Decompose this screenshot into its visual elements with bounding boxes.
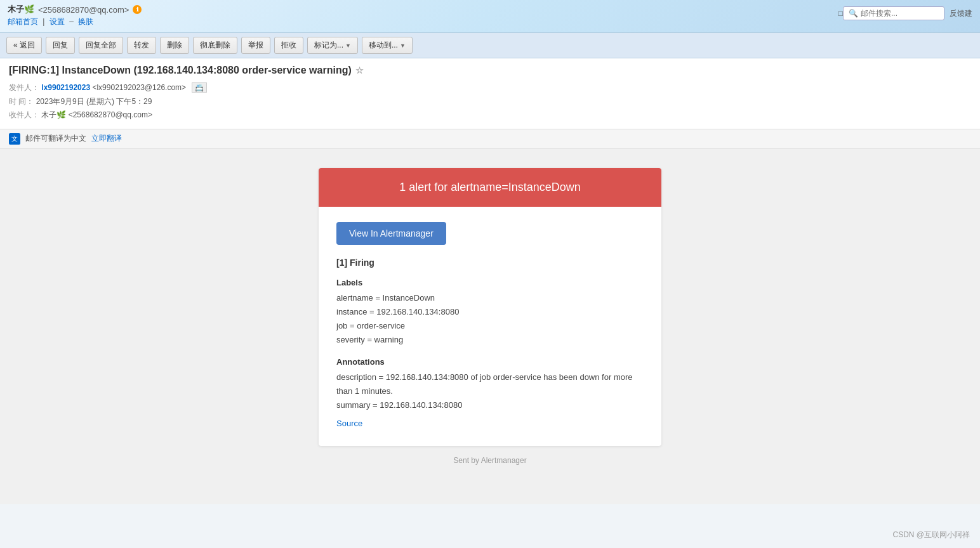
from-email: <lx9902192023@126.com> [92,83,186,92]
reply-button[interactable]: 回复 [46,37,75,54]
annotations-section-label: Annotations [336,357,644,367]
user-info: 木子🌿 <2568682870@qq.com> ℹ 邮箱首页 | 设置 – 换肤 [8,4,142,27]
time-value: 2023年9月9日 (星期六) 下午5：29 [36,97,152,106]
reply-all-button[interactable]: 回复全部 [79,37,123,54]
search-input[interactable] [861,9,937,18]
user-links: 邮箱首页 | 设置 – 换肤 [8,15,142,27]
translation-text: 邮件可翻译为中文 [25,133,86,144]
firing-title: [1] Firing [336,258,644,268]
top-header: 木子🌿 <2568682870@qq.com> ℹ 邮箱首页 | 设置 – 换肤… [0,0,980,33]
view-in-alertmanager-button[interactable]: View In Alertmanager [336,222,446,245]
separator2: – [69,17,76,26]
top-right-icons: □ [838,9,843,18]
window-icon[interactable]: □ [838,9,843,18]
user-name-row: 木子🌿 <2568682870@qq.com> ℹ [8,4,142,15]
time-row: 时 间： 2023年9月9日 (星期六) 下午5：29 [9,95,971,109]
move-to-button[interactable]: 移动到... ▼ [362,37,413,54]
label-severity: severity = warning [336,333,644,347]
switch-link[interactable]: 换肤 [78,17,93,26]
source-link[interactable]: Source [336,419,644,428]
delete-button[interactable]: 删除 [160,37,189,54]
label-instance: instance = 192.168.140.134:8080 [336,305,644,319]
to-email: <2568682870@qq.com> [69,110,152,119]
sent-by-link[interactable]: Sent by Alertmanager [453,456,526,465]
back-button[interactable]: « 返回 [6,37,42,54]
mark-as-button[interactable]: 标记为... ▼ [307,37,358,54]
email-subject: [FIRING:1] InstanceDown (192.168.140.134… [9,65,971,76]
translation-icon: 文 [9,133,20,145]
settings-link[interactable]: 设置 [50,17,65,26]
move-to-arrow: ▼ [400,42,406,49]
email-meta: 发件人： lx9902192023 <lx9902192023@126.com>… [9,81,971,122]
labels-section-label: Labels [336,278,644,287]
user-display-name: 木子🌿 [8,4,34,15]
email-header-area: [FIRING:1] InstanceDown (192.168.140.134… [0,58,980,129]
search-box[interactable]: 🔍 [843,6,944,20]
translate-link[interactable]: 立即翻译 [91,133,122,144]
info-icon[interactable]: ℹ [133,5,142,14]
translation-bar: 文 邮件可翻译为中文 立即翻译 [0,129,980,149]
sender-link[interactable]: lx9902192023 [41,83,90,92]
label-job: job = order-service [336,319,644,333]
watermark: CSDN @互联网小阿祥 [892,530,970,540]
subject-text: [FIRING:1] InstanceDown (192.168.140.134… [9,65,352,76]
time-label: 时 间： [9,97,34,106]
search-area: □ 🔍 反馈建 [838,4,972,20]
alert-header: 1 alert for alertname=InstanceDown [319,168,661,207]
to-row: 收件人： 木子🌿 <2568682870@qq.com> [9,108,971,122]
to-label: 收件人： [9,110,39,119]
from-label: 发件人： [9,83,39,92]
alert-body: View In Alertmanager [1] Firing Labels a… [319,207,661,447]
report-button[interactable]: 举报 [241,37,270,54]
label-alertname: alertname = InstanceDown [336,291,644,305]
annotation-description: description = 192.168.140.134:8080 of jo… [336,370,644,398]
separator1: | [43,17,46,26]
mark-as-arrow: ▼ [345,42,351,49]
toolbar: « 返回 回复 回复全部 转发 删除 彻底删除 举报 拒收 标记为... ▼ 移… [0,33,980,58]
user-email-display: <2568682870@qq.com> [38,5,129,15]
email-card: 1 alert for alertname=InstanceDown View … [319,168,661,447]
star-icon[interactable]: ☆ [355,65,364,75]
from-row: 发件人： lx9902192023 <lx9902192023@126.com>… [9,81,971,95]
reject-button[interactable]: 拒收 [274,37,303,54]
annotation-summary: summary = 192.168.140.134:8080 [336,398,644,412]
search-icon: 🔍 [849,9,858,18]
sender-card-icon[interactable]: 📇 [192,82,207,93]
email-body-container: 1 alert for alertname=InstanceDown View … [0,149,980,504]
delete-all-button[interactable]: 彻底删除 [193,37,237,54]
forward-button[interactable]: 转发 [127,37,156,54]
mailbox-link[interactable]: 邮箱首页 [8,17,38,26]
to-name: 木子🌿 [41,110,66,119]
feedback-label[interactable]: 反馈建 [950,8,972,19]
